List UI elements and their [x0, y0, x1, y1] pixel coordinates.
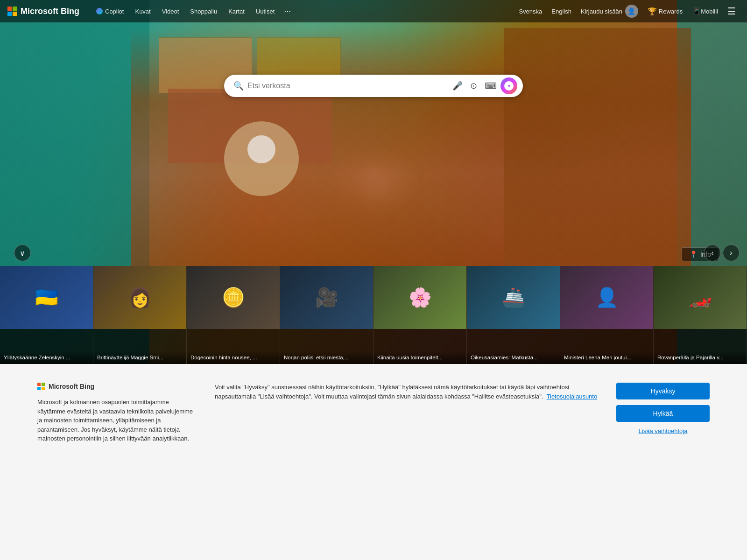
- news-item-6[interactable]: 🚢 Oikeusasiamies: Matkusta...: [467, 266, 560, 364]
- news-thumb-4: 🎥: [280, 266, 373, 329]
- scroll-down-button[interactable]: ∨: [14, 245, 31, 261]
- nav-kuvat[interactable]: Kuvat: [129, 0, 156, 22]
- copilot-button-icon: ✦: [504, 81, 514, 91]
- copilot-search-button[interactable]: ✦: [500, 77, 517, 94]
- bing-logo-small: Microsoft Bing: [37, 383, 196, 390]
- privacy-text-col1: Microsoft ja kolmannen osapuolen toimitt…: [37, 398, 196, 443]
- avatar: 👤: [625, 5, 638, 18]
- accept-button[interactable]: Hyväksy: [616, 383, 710, 399]
- news-item-8[interactable]: 🏎️ Rovanperällä ja Pajarilla v...: [654, 266, 747, 364]
- bing-logo-icon: [7, 7, 17, 16]
- reject-button[interactable]: Hylkää: [616, 405, 710, 422]
- bing-squares-small-icon: [37, 383, 45, 390]
- nav-links: Copilot Kuvat Videot Shoppailu Kartat Uu…: [91, 0, 295, 22]
- trophy-icon: 🏆: [648, 7, 657, 16]
- news-label-5: Kiinaita uusia toimenpitelt...: [374, 351, 466, 364]
- chevron-down-icon: ∨: [20, 249, 25, 258]
- search-container: 🔍 🎤 ⊙ ⌨ ✦: [224, 75, 523, 97]
- lower-section: Microsoft Bing Microsoft ja kolmannen os…: [0, 364, 747, 471]
- privacy-text-col2: Voit valita "Hyväksy" suostuessasi näihi…: [215, 383, 598, 401]
- news-thumb-1: 🇺🇦: [0, 266, 93, 329]
- bing-brand-small-label: Microsoft Bing: [49, 383, 94, 390]
- image-search-button[interactable]: ⊙: [468, 79, 479, 93]
- voice-search-button[interactable]: 🎤: [451, 79, 465, 93]
- nav-uutiset[interactable]: Uutiset: [250, 0, 280, 22]
- news-item-1[interactable]: 🇺🇦 Yllätyskäänne Zelenskyin ...: [0, 266, 93, 364]
- news-label-1: Yllätyskäänne Zelenskyin ...: [0, 351, 93, 364]
- carousel-prev-button[interactable]: ‹: [704, 245, 721, 261]
- news-item-5[interactable]: 🌸 Kiinaita uusia toimenpitelt...: [374, 266, 467, 364]
- carousel-next-button[interactable]: ›: [723, 245, 740, 261]
- news-label-6: Oikeusasiamies: Matkusta...: [467, 351, 560, 364]
- search-actions: 🎤 ⊙ ⌨: [451, 79, 499, 93]
- privacy-policy-link[interactable]: Tietosuojalausunto: [547, 393, 598, 400]
- location-pin-icon: 📍: [690, 251, 698, 258]
- nav-signin[interactable]: Kirjaudu sisään 👤: [577, 5, 642, 18]
- nav-shoppailu[interactable]: Shoppailu: [184, 0, 223, 22]
- news-item-4[interactable]: 🎥 Norjan poliisi etsii miestä,...: [280, 266, 374, 364]
- mobile-icon: 📱: [692, 7, 701, 15]
- nav-kartat[interactable]: Kartat: [223, 0, 250, 22]
- privacy-col2: Voit valita "Hyväksy" suostuessasi näihi…: [215, 383, 598, 401]
- news-thumb-3: 🪙: [187, 266, 280, 329]
- keyboard-button[interactable]: ⌨: [483, 79, 499, 93]
- news-thumb-7: 👤: [560, 266, 653, 329]
- city-aerial: [131, 28, 691, 271]
- hero-section: 🔍 🎤 ⊙ ⌨ ✦ ∨ 📍 Info: [0, 0, 747, 364]
- search-box: 🔍 🎤 ⊙ ⌨ ✦: [224, 75, 523, 97]
- carousel-navigation: ‹ ›: [704, 245, 740, 261]
- nav-right: Svenska English Kirjaudu sisään 👤 🏆 Rewa…: [515, 5, 740, 18]
- navbar: Microsoft Bing Copilot Kuvat Videot Shop…: [0, 0, 747, 22]
- brand-name: Microsoft Bing: [21, 7, 79, 16]
- brand-logo[interactable]: Microsoft Bing: [7, 7, 79, 16]
- news-label-4: Norjan poliisi etsii miestä,...: [280, 351, 373, 364]
- nav-copilot[interactable]: Copilot: [91, 0, 129, 22]
- news-strip: 🇺🇦 Yllätyskäänne Zelenskyin ... 👩 Britti…: [0, 266, 747, 364]
- news-label-7: Ministeri Leena Meri joutui...: [560, 351, 653, 364]
- hamburger-menu[interactable]: ☰: [724, 6, 740, 17]
- copilot-icon: [96, 8, 103, 14]
- news-thumb-6: 🚢: [467, 266, 560, 329]
- nav-rewards[interactable]: 🏆 Rewards: [644, 7, 686, 16]
- nav-lang-english[interactable]: English: [548, 8, 575, 15]
- nav-videot[interactable]: Videot: [156, 0, 185, 22]
- nav-lang-svenska[interactable]: Svenska: [515, 8, 546, 15]
- search-input[interactable]: [247, 82, 451, 90]
- news-thumb-2: 👩: [93, 266, 186, 329]
- news-label-3: Dogecoinin hinta nousee, ...: [187, 351, 280, 364]
- news-item-3[interactable]: 🪙 Dogecoinin hinta nousee, ...: [187, 266, 280, 364]
- privacy-col1: Microsoft Bing Microsoft ja kolmannen os…: [37, 383, 196, 443]
- news-thumb-8: 🏎️: [654, 266, 747, 329]
- news-item-2[interactable]: 👩 Brittinäyttelijä Maggie Smi...: [93, 266, 187, 364]
- search-magnifier-icon: 🔍: [230, 81, 247, 91]
- news-thumb-5: 🌸: [374, 266, 466, 329]
- news-label-8: Rovanperällä ja Pajarilla v...: [654, 351, 747, 364]
- news-item-7[interactable]: 👤 Ministeri Leena Meri joutui...: [560, 266, 654, 364]
- nav-more-dots[interactable]: ···: [280, 7, 295, 16]
- news-label-2: Brittinäyttelijä Maggie Smi...: [93, 351, 186, 364]
- more-options-button[interactable]: Lisää vaihtoehtoja: [616, 427, 710, 434]
- consent-col: Hyväksy Hylkää Lisää vaihtoehtoja: [616, 383, 710, 434]
- nav-mobilli[interactable]: 📱 Mobilli: [688, 7, 722, 15]
